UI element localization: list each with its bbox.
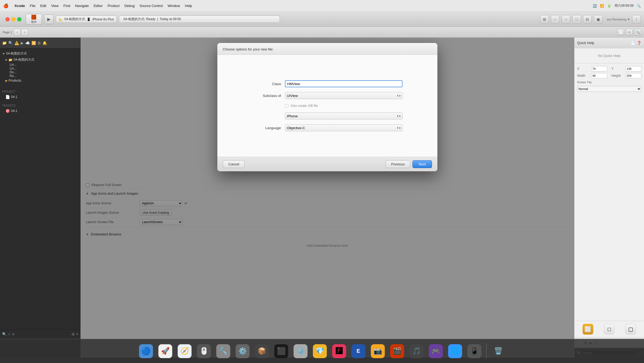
y-input[interactable] — [625, 66, 641, 71]
height-input[interactable] — [625, 73, 641, 78]
add-file-icon[interactable]: + — [626, 29, 633, 36]
dock-music[interactable]: 🎵 — [408, 343, 425, 360]
tree-item-lin2[interactable]: Lin... — [0, 67, 80, 70]
left-grid-icon[interactable]: ⊞ — [72, 332, 75, 336]
next-button[interactable]: Next — [412, 160, 432, 168]
dock-safari[interactable]: 🧭 — [176, 343, 193, 360]
class-input[interactable] — [285, 80, 402, 87]
menu-navigate[interactable]: Navigate — [75, 4, 89, 8]
search-filter-icon[interactable]: 🔍 — [634, 29, 641, 36]
menu-edit[interactable]: Edit — [40, 4, 46, 8]
layout-icon-2[interactable]: ← — [551, 15, 559, 24]
menu-source-control[interactable]: Source Control — [140, 4, 163, 8]
dock-trash[interactable]: 🗑️ — [490, 343, 507, 360]
tree-item-re2[interactable]: Re... — [0, 74, 80, 78]
search-icon[interactable]: 🔍 — [637, 4, 641, 8]
tree-item-products[interactable]: ▶ Products — [0, 78, 80, 83]
menu-find[interactable]: Find — [63, 4, 70, 8]
target-label: 04-1 — [11, 109, 17, 113]
dock-app1[interactable]: ⚙️ — [234, 343, 251, 360]
menu-editor[interactable]: Editor — [94, 4, 103, 8]
tree-item-project-root[interactable]: ▼ 04-检图的方式 — [0, 50, 80, 57]
tree-item-target[interactable]: 🎯 04-1 — [0, 108, 80, 114]
sidebar-icon-4[interactable]: ▶ — [21, 41, 24, 45]
menu-product[interactable]: Product — [108, 4, 120, 8]
maximize-button[interactable] — [17, 17, 21, 21]
language-select[interactable]: Objective-C Swift — [285, 124, 402, 131]
wifi-icon: 📶 — [600, 4, 604, 8]
close-button[interactable] — [5, 17, 10, 21]
tree-item-project[interactable]: ▶ 📂 04-检图的方式 — [0, 57, 80, 63]
stop-button[interactable]: 暂停 — [26, 14, 42, 25]
x-input[interactable] — [591, 66, 607, 71]
menu-view[interactable]: View — [51, 4, 58, 8]
project-selector[interactable]: 📐 04-检图的方式 📱 iPhone 6s Plus — [56, 16, 117, 23]
dock-mobile[interactable]: 📱 — [466, 343, 483, 360]
sidebar-icon-1[interactable]: 📁 — [2, 41, 7, 45]
minimize-button[interactable] — [11, 17, 16, 21]
run-button[interactable]: ▶ — [44, 14, 54, 24]
dock-terminal[interactable]: ⬛ — [273, 343, 290, 360]
previous-button[interactable]: Previous — [386, 160, 411, 168]
dock-launchpad[interactable]: 🚀 — [157, 343, 174, 360]
subclass-select[interactable]: UIView UIViewController NSObject — [285, 92, 402, 99]
dock-video[interactable]: 🎬 — [389, 343, 406, 360]
dock-photo[interactable]: 📷 — [369, 343, 386, 360]
file-inspector-icon[interactable]: 📄 — [631, 41, 635, 45]
help-icon[interactable]: ❓ — [637, 41, 641, 45]
tree-item-lin1[interactable]: Lin... — [0, 63, 80, 67]
nav-forward[interactable]: › — [21, 29, 28, 36]
layout-icon-5[interactable]: ⊟ — [583, 15, 592, 24]
media-icon-3[interactable]: ▢ — [625, 324, 636, 335]
menu-file[interactable]: File — [30, 4, 35, 8]
dock-game[interactable]: 🎮 — [427, 343, 444, 360]
dock-app2[interactable]: 📦 — [253, 343, 270, 360]
tree-item-re1[interactable]: Re... — [0, 70, 80, 74]
media-icon-2[interactable]: □ — [604, 324, 614, 335]
menubar-right: 🔤 📶 🔋 周六09:56:09 🔍 — [593, 3, 641, 8]
sidebar-icon-5[interactable]: ☁️ — [25, 41, 30, 45]
dock-tools[interactable]: 🔧 — [215, 343, 232, 360]
page-indicator: Page 1 — [3, 31, 12, 34]
layout-icon-3[interactable]: → — [562, 15, 570, 24]
left-list-icon[interactable]: ≡ — [76, 332, 78, 336]
layout-icon-6[interactable]: ▣ — [594, 15, 602, 24]
dock-browser[interactable]: 🌐 — [447, 343, 464, 360]
dock-mouse[interactable]: 🖱️ — [195, 343, 213, 360]
menu-xcode[interactable]: Xcode — [14, 4, 25, 8]
width-input[interactable] — [591, 73, 607, 78]
layout-icon-4[interactable]: □ — [572, 15, 581, 24]
apple-menu[interactable]: 🍎 — [3, 3, 9, 8]
left-filter-icon[interactable]: ⊙ — [12, 332, 15, 336]
x-label: X — [577, 67, 589, 71]
xcode-icon: 📐 — [59, 17, 63, 21]
dock-emc[interactable]: E — [350, 343, 367, 360]
left-sidebar-bottom-bar: 🔍 + ⊙ ⊞ ≡ — [0, 329, 80, 339]
export-icon[interactable]: ↑ — [632, 15, 641, 24]
dock-finder[interactable]: 🔵 — [137, 343, 155, 360]
layout-icon-1[interactable]: ⊞ — [540, 15, 549, 24]
xib-checkbox[interactable] — [285, 104, 288, 108]
tree-item-project-target[interactable]: 📄 04-1 — [0, 94, 80, 100]
menu-window[interactable]: Window — [168, 4, 180, 8]
file-icon-1[interactable]: 📄 — [617, 29, 624, 36]
menu-debug[interactable]: Debug — [125, 4, 135, 8]
left-search-icon[interactable]: 🔍 — [2, 332, 6, 336]
media-icon-1[interactable]: ⬜ — [583, 324, 593, 335]
left-add-icon[interactable]: + — [8, 332, 10, 336]
sidebar-icon-7[interactable]: ⊞ — [38, 41, 41, 45]
dock-settings[interactable]: ⚙️ — [292, 343, 309, 360]
sidebar-icon-8[interactable]: 🔔 — [42, 41, 47, 45]
sidebar-icon-3[interactable]: ⚠️ — [14, 41, 19, 45]
dock-pocket[interactable]: 🅿 — [331, 343, 348, 360]
sidebar-icon-2[interactable]: 🔍 — [8, 41, 13, 45]
iphone-select[interactable]: iPhone iPad Universal — [285, 112, 402, 119]
menu-help[interactable]: Help — [185, 4, 192, 8]
width-label: Width — [577, 74, 589, 78]
cancel-button[interactable]: Cancel — [223, 160, 245, 168]
normal-select[interactable]: Normal — [577, 86, 641, 92]
sidebar-icon-6[interactable]: 🔀 — [31, 41, 36, 45]
nav-back[interactable]: ‹ — [14, 29, 21, 36]
dock-sketch[interactable]: 💎 — [311, 343, 328, 360]
right-sidebar: Quick Help 📄 ❓ No Quick Help X Y Width H… — [574, 38, 644, 358]
